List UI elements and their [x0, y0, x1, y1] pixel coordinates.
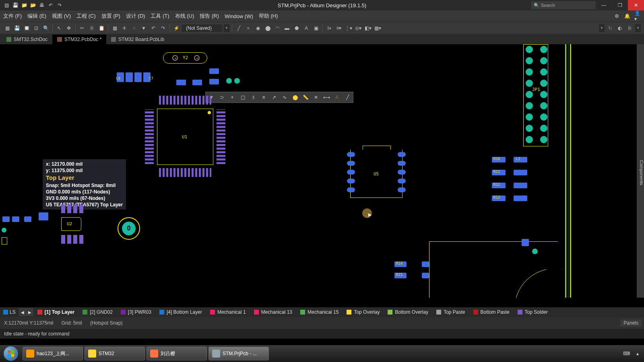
distribute-icon[interactable]: ≡: [260, 94, 267, 101]
plus-icon[interactable]: +: [229, 94, 235, 101]
folder-icon[interactable]: 📂: [30, 2, 36, 8]
u5-pad[interactable]: [398, 170, 406, 175]
tune-icon[interactable]: ∿: [281, 94, 288, 101]
layer-tab-top-overlay[interactable]: Top Overlay: [343, 309, 384, 315]
text-icon[interactable]: A: [334, 94, 340, 101]
panels-button[interactable]: Panels: [620, 319, 642, 327]
u5-pad[interactable]: [398, 187, 406, 192]
caps-row[interactable]: [117, 72, 151, 82]
keyboard-icon[interactable]: ⌨: [622, 348, 630, 360]
u5-pad[interactable]: [347, 170, 355, 175]
state-dropdown[interactable]: ▼: [224, 24, 229, 32]
u5-pad[interactable]: [398, 161, 406, 166]
menu-design[interactable]: 设计 (D): [126, 12, 145, 20]
workspace-dropdown[interactable]: ▼: [599, 24, 605, 32]
u5-pad[interactable]: [347, 179, 355, 183]
align-h-icon[interactable]: ⫴: [250, 94, 256, 101]
via[interactable]: [234, 78, 240, 84]
touch-select-icon[interactable]: ✥: [65, 24, 73, 32]
layer-tab-mech13[interactable]: Mechanical 13: [250, 309, 296, 315]
layer-tab-top-paste[interactable]: Top Paste: [432, 309, 469, 315]
taskbar-item-doc[interactable]: 刘吕樱: [147, 347, 207, 360]
resistor-grid-2[interactable]: L2: [514, 157, 527, 201]
component-pad[interactable]: [422, 261, 429, 267]
select-icon[interactable]: ↖: [55, 24, 63, 32]
line-icon[interactable]: ╱: [344, 94, 351, 101]
route-icon[interactable]: ↗: [271, 94, 277, 101]
grid-tool-icon[interactable]: ▦▾: [374, 24, 382, 32]
string-icon[interactable]: A: [302, 24, 310, 32]
menu-help[interactable]: 帮助 (H): [259, 12, 278, 20]
gear-icon[interactable]: ⚙: [613, 13, 620, 19]
component-outline[interactable]: [2, 237, 7, 245]
new-icon[interactable]: ▦: [3, 24, 11, 32]
route-track-icon[interactable]: ╱: [235, 24, 243, 32]
fiducial-0[interactable]: 0: [118, 217, 140, 240]
layer-tab-bot-paste[interactable]: Bottom Paste: [469, 309, 514, 315]
cross-icon[interactable]: ✛: [120, 24, 128, 32]
save-icon[interactable]: 💾: [13, 24, 21, 32]
u5-pad[interactable]: [398, 152, 406, 157]
rect-icon[interactable]: ▢: [239, 94, 246, 101]
component-pad[interactable]: R14: [394, 261, 407, 267]
u5-pad[interactable]: [347, 161, 355, 166]
u5-pad[interactable]: [398, 179, 406, 183]
dimension-icon[interactable]: ⟷: [323, 94, 330, 101]
paste-icon[interactable]: 📋: [97, 24, 105, 32]
component-pad[interactable]: [12, 216, 19, 222]
tab-pcblib[interactable]: STM32 Board.PcbLib: [106, 35, 169, 44]
measure-icon[interactable]: 📏: [302, 94, 309, 101]
component-pad[interactable]: [522, 239, 529, 246]
via[interactable]: [226, 78, 232, 84]
zoom-in-icon[interactable]: 🔍: [42, 24, 50, 32]
component-pad[interactable]: [176, 80, 186, 85]
u5-pad[interactable]: [347, 187, 355, 192]
menu-report[interactable]: 报告 (R): [200, 12, 219, 20]
layer-tab-mech15[interactable]: Mechanical 15: [296, 309, 343, 315]
layer-nav-left[interactable]: ◀: [19, 308, 26, 316]
compile-icon[interactable]: ⚡: [172, 24, 180, 32]
taskbar-item-altium[interactable]: STM.PrjPcb - ...: [208, 347, 269, 360]
show-hidden-icon[interactable]: ▴: [634, 348, 642, 360]
via-icon[interactable]: ⬤: [292, 94, 298, 101]
flip-icon[interactable]: ◧▾: [364, 24, 372, 32]
menu-place[interactable]: 放置 (P): [101, 12, 120, 20]
menu-view[interactable]: 视图 (V): [52, 12, 71, 20]
via[interactable]: [2, 228, 6, 232]
grid-icon[interactable]: ▦: [111, 24, 119, 32]
sync-icon[interactable]: ↻: [606, 24, 614, 32]
origin-icon[interactable]: ◎▾: [354, 24, 362, 32]
component-pad[interactable]: [24, 216, 31, 222]
tab-pcbdoc[interactable]: STM32.PcbDoc *: [52, 35, 106, 44]
copy-icon[interactable]: ⎘: [88, 24, 96, 32]
component-pad[interactable]: [2, 216, 10, 222]
redo-icon[interactable]: ↷: [56, 2, 63, 8]
menu-tools[interactable]: 工具 (T): [151, 12, 169, 20]
zoom-fit-icon[interactable]: 🔲: [23, 24, 31, 32]
component-pad[interactable]: R15: [394, 273, 407, 278]
diff-icon[interactable]: ◐: [616, 24, 624, 32]
layer-tab-gnd[interactable]: [2] GND02: [78, 309, 117, 315]
component-pad[interactable]: [209, 68, 219, 74]
close-button[interactable]: ✕: [628, 0, 644, 10]
menu-edit[interactable]: 编辑 (E): [27, 12, 46, 20]
resistor-grid[interactable]: R10 R11 R12 R13: [492, 157, 506, 201]
arc-icon[interactable]: ◠: [273, 24, 281, 32]
layer-tab-mech1[interactable]: Mechanical 1: [206, 309, 250, 315]
layer-tab-top[interactable]: [1] Top Layer: [33, 309, 78, 315]
minimize-button[interactable]: —: [596, 0, 612, 10]
menu-file[interactable]: 文件 (F): [3, 12, 22, 20]
search-input[interactable]: 🔍 Search: [531, 1, 596, 9]
fill-icon[interactable]: ▬: [283, 24, 291, 32]
u5-pad[interactable]: [347, 152, 355, 157]
filter-icon[interactable]: ▼: [140, 24, 148, 32]
open-icon[interactable]: 📁: [21, 2, 27, 8]
components-panel-tab[interactable]: Components: [637, 44, 644, 298]
layer-tab-pwr[interactable]: [3] PWR03: [117, 309, 155, 315]
component-pad[interactable]: [209, 79, 219, 84]
component-pad[interactable]: [192, 80, 202, 85]
dist-icon[interactable]: ⋮▾: [345, 24, 353, 32]
via[interactable]: [532, 249, 538, 254]
taskbar-item-explorer[interactable]: STM32: [85, 347, 145, 360]
pad-icon[interactable]: ⬤: [264, 24, 272, 32]
